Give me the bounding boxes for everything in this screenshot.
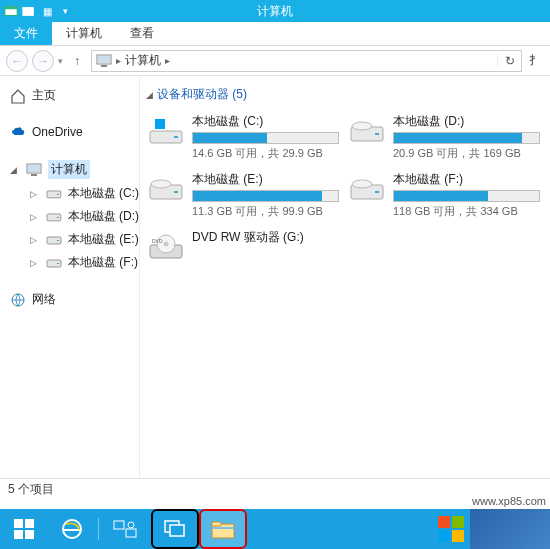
- nav-history-dropdown[interactable]: ▾: [58, 56, 63, 66]
- tree-expand-icon[interactable]: ▷: [30, 258, 40, 268]
- svg-rect-11: [57, 194, 59, 195]
- svg-point-34: [352, 180, 372, 188]
- svg-rect-1: [5, 7, 17, 10]
- sidebar-item-drive-d[interactable]: ▷ 本地磁盘 (D:): [10, 205, 139, 228]
- refresh-button[interactable]: ↻: [497, 54, 517, 68]
- tree-expand-icon[interactable]: ▷: [30, 189, 40, 199]
- drive-capacity-fill: [193, 191, 322, 201]
- tree-collapse-icon[interactable]: ◢: [10, 165, 20, 175]
- drive-item-f[interactable]: 本地磁盘 (F:) 118 GB 可用，共 334 GB: [347, 169, 542, 221]
- svg-rect-17: [57, 263, 59, 264]
- sidebar-item-computer[interactable]: ◢ 计算机: [10, 157, 139, 182]
- drive-item-e[interactable]: 本地磁盘 (E:) 11.3 GB 可用，共 99.9 GB: [146, 169, 341, 221]
- svg-point-28: [352, 122, 372, 130]
- svg-rect-41: [14, 530, 23, 539]
- navigation-pane: 主页 OneDrive ◢ 计算机 ▷ 本地磁盘 (C:): [0, 76, 140, 500]
- drive-capacity-bar: [393, 190, 540, 202]
- breadcrumb-separator[interactable]: ▸: [116, 55, 121, 66]
- start-button[interactable]: [0, 509, 48, 549]
- drive-capacity-bar: [192, 132, 339, 144]
- svg-rect-20: [174, 136, 178, 138]
- hdd-icon: [349, 113, 385, 149]
- svg-point-46: [128, 522, 134, 528]
- tab-view[interactable]: 查看: [116, 22, 168, 45]
- svg-rect-50: [212, 522, 221, 526]
- sidebar-item-drive-c[interactable]: ▷ 本地磁盘 (C:): [10, 182, 139, 205]
- sidebar-item-drive-f[interactable]: ▷ 本地磁盘 (F:): [10, 251, 139, 274]
- computer-icon: [26, 162, 42, 178]
- svg-rect-42: [25, 530, 34, 539]
- drive-capacity-fill: [394, 191, 488, 201]
- sidebar-item-home[interactable]: 主页: [10, 84, 139, 107]
- svg-rect-24: [155, 124, 160, 129]
- svg-rect-30: [174, 191, 178, 193]
- watermark-url: www.xp85.com: [472, 495, 546, 507]
- svg-rect-22: [155, 119, 160, 124]
- svg-point-31: [151, 180, 171, 188]
- sidebar-item-drive-e[interactable]: ▷ 本地磁盘 (E:): [10, 228, 139, 251]
- status-item-count: 5 个项目: [8, 481, 54, 498]
- breadcrumb-separator-end[interactable]: ▸: [165, 55, 170, 66]
- svg-rect-5: [98, 56, 110, 63]
- hdd-icon: [46, 209, 62, 225]
- svg-text:DVD: DVD: [152, 238, 163, 244]
- os-drive-icon: [148, 113, 184, 149]
- sidebar-item-label: OneDrive: [32, 125, 83, 139]
- hdd-icon: [46, 255, 62, 271]
- svg-rect-39: [14, 519, 23, 528]
- svg-rect-13: [57, 217, 59, 218]
- taskbar-item-settings[interactable]: [101, 509, 149, 549]
- hdd-icon: [349, 171, 385, 207]
- drive-capacity-bar: [192, 190, 339, 202]
- network-icon: [10, 292, 26, 308]
- taskbar-item-ie[interactable]: [48, 509, 96, 549]
- svg-rect-27: [375, 133, 379, 135]
- home-icon: [10, 88, 26, 104]
- sidebar-item-onedrive[interactable]: OneDrive: [10, 121, 139, 143]
- status-bar: 5 个项目: [0, 478, 550, 500]
- qat-dropdown-icon[interactable]: ▾: [58, 4, 72, 18]
- taskbar-separator: [98, 518, 99, 540]
- drive-name: 本地磁盘 (E:): [192, 171, 339, 188]
- navigation-bar: ← → ▾ ↑ ▸ 计算机 ▸ ↻ 扌: [0, 46, 550, 76]
- dvd-drive-icon: DVD: [148, 229, 184, 265]
- tab-file[interactable]: 文件: [0, 22, 52, 45]
- drive-item-c[interactable]: 本地磁盘 (C:) 14.6 GB 可用，共 29.9 GB: [146, 111, 341, 163]
- sidebar-item-label: 主页: [32, 87, 56, 104]
- qat-properties-icon[interactable]: ▦: [40, 4, 54, 18]
- drive-item-d[interactable]: 本地磁盘 (D:) 20.9 GB 可用，共 169 GB: [347, 111, 542, 163]
- svg-rect-40: [25, 519, 34, 528]
- breadcrumb-location[interactable]: 计算机: [125, 52, 161, 69]
- search-button[interactable]: 扌: [526, 52, 544, 69]
- ms-logo-icon: [438, 516, 464, 542]
- nav-back-button[interactable]: ←: [6, 50, 28, 72]
- computer-icon: [96, 54, 112, 68]
- sidebar-item-label: 网络: [32, 291, 56, 308]
- taskbar: [0, 509, 550, 549]
- qat-newfolder-icon[interactable]: [22, 4, 36, 18]
- svg-rect-51: [212, 527, 234, 529]
- drive-capacity-bar: [393, 132, 540, 144]
- tree-expand-icon[interactable]: ▷: [30, 235, 40, 245]
- sidebar-item-network[interactable]: 网络: [10, 288, 139, 311]
- svg-rect-44: [114, 521, 124, 529]
- taskbar-item-taskview[interactable]: [151, 509, 199, 549]
- tab-computer[interactable]: 计算机: [52, 22, 116, 45]
- onedrive-icon: [10, 124, 26, 140]
- drive-name: DVD RW 驱动器 (G:): [192, 229, 339, 246]
- taskbar-item-explorer[interactable]: [199, 509, 247, 549]
- sidebar-item-label: 计算机: [48, 160, 90, 179]
- nav-forward-button[interactable]: →: [32, 50, 54, 72]
- drive-stats: 14.6 GB 可用，共 29.9 GB: [192, 146, 339, 161]
- section-collapse-icon[interactable]: ◢: [146, 90, 153, 100]
- tree-expand-icon[interactable]: ▷: [30, 212, 40, 222]
- nav-up-button[interactable]: ↑: [67, 51, 87, 71]
- section-header-devices[interactable]: ◢ 设备和驱动器 (5): [146, 86, 544, 103]
- svg-rect-6: [101, 65, 107, 67]
- address-bar[interactable]: ▸ 计算机 ▸ ↻: [91, 50, 522, 72]
- svg-rect-8: [28, 165, 40, 172]
- drive-stats: 118 GB 可用，共 334 GB: [393, 204, 540, 219]
- svg-rect-45: [126, 529, 136, 537]
- drive-item-g[interactable]: DVD DVD RW 驱动器 (G:): [146, 227, 341, 267]
- window-title: 计算机: [257, 3, 293, 20]
